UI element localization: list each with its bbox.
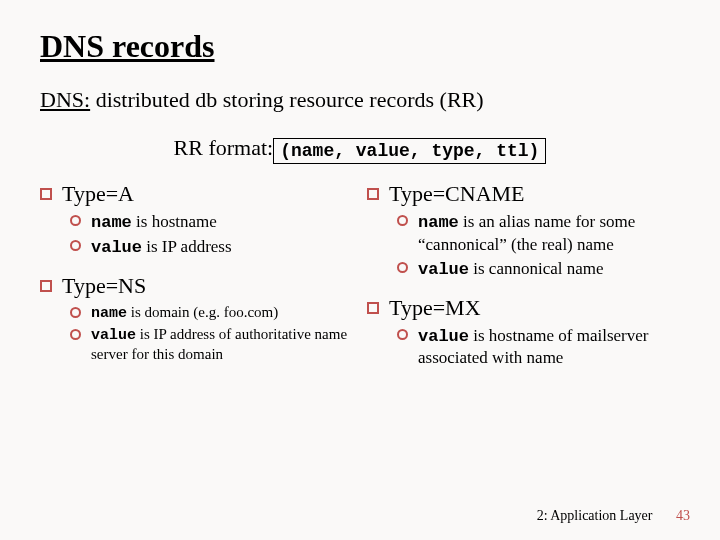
slide-subtitle: DNS: distributed db storing resource rec… <box>40 87 680 113</box>
square-bullet-icon <box>40 188 52 200</box>
rr-format-tuple: (name, value, type, ttl) <box>273 138 546 164</box>
type-mx-block: Type=MX value is hostname of mailserver … <box>367 295 680 370</box>
list-item: name is an alias name for some “cannonic… <box>397 211 680 256</box>
type-cname-list: name is an alias name for some “cannonic… <box>367 211 680 280</box>
square-bullet-icon <box>40 280 52 292</box>
rr-format-row: RR format: (name, value, type, ttl) <box>40 135 680 161</box>
list-item: value is hostname of mailserver associat… <box>397 325 680 370</box>
list-item: value is IP address <box>70 236 353 259</box>
item-text: name is hostname <box>91 211 217 234</box>
circle-bullet-icon <box>397 329 408 340</box>
slide-title: DNS records <box>40 28 680 65</box>
type-mx-title: Type=MX <box>389 295 481 321</box>
item-text: value is IP address <box>91 236 232 259</box>
circle-bullet-icon <box>70 329 81 340</box>
rr-format-label: RR format: <box>174 135 274 161</box>
circle-bullet-icon <box>70 240 81 251</box>
list-item: value is cannonical name <box>397 258 680 281</box>
right-column: Type=CNAME name is an alias name for som… <box>367 181 680 383</box>
circle-bullet-icon <box>397 215 408 226</box>
type-cname-block: Type=CNAME name is an alias name for som… <box>367 181 680 280</box>
circle-bullet-icon <box>70 215 81 226</box>
type-ns-block: Type=NS name is domain (e.g. foo.com) va… <box>40 273 353 365</box>
list-item: name is domain (e.g. foo.com) <box>70 303 353 323</box>
slide-footer: 2: Application Layer 43 <box>537 508 690 524</box>
type-cname-title: Type=CNAME <box>389 181 525 207</box>
type-ns-list: name is domain (e.g. foo.com) value is I… <box>40 303 353 365</box>
square-bullet-icon <box>367 188 379 200</box>
list-item: name is hostname <box>70 211 353 234</box>
type-mx-list: value is hostname of mailserver associat… <box>367 325 680 370</box>
square-bullet-icon <box>367 302 379 314</box>
circle-bullet-icon <box>70 307 81 318</box>
subtitle-rest: distributed db storing resource records … <box>90 87 483 112</box>
type-cname-head: Type=CNAME <box>367 181 680 207</box>
page-number: 43 <box>676 508 690 523</box>
item-text: value is IP address of authoritative nam… <box>91 325 353 364</box>
type-ns-head: Type=NS <box>40 273 353 299</box>
chapter-label: 2: Application Layer <box>537 508 653 523</box>
type-a-block: Type=A name is hostname value is IP addr… <box>40 181 353 259</box>
type-a-list: name is hostname value is IP address <box>40 211 353 259</box>
type-a-title: Type=A <box>62 181 134 207</box>
left-column: Type=A name is hostname value is IP addr… <box>40 181 353 383</box>
type-ns-title: Type=NS <box>62 273 146 299</box>
item-text: value is cannonical name <box>418 258 604 281</box>
circle-bullet-icon <box>397 262 408 273</box>
item-text: name is an alias name for some “cannonic… <box>418 211 680 256</box>
item-text: value is hostname of mailserver associat… <box>418 325 680 370</box>
list-item: value is IP address of authoritative nam… <box>70 325 353 364</box>
dns-label: DNS: <box>40 87 90 112</box>
item-text: name is domain (e.g. foo.com) <box>91 303 278 323</box>
type-a-head: Type=A <box>40 181 353 207</box>
content-columns: Type=A name is hostname value is IP addr… <box>40 181 680 383</box>
type-mx-head: Type=MX <box>367 295 680 321</box>
